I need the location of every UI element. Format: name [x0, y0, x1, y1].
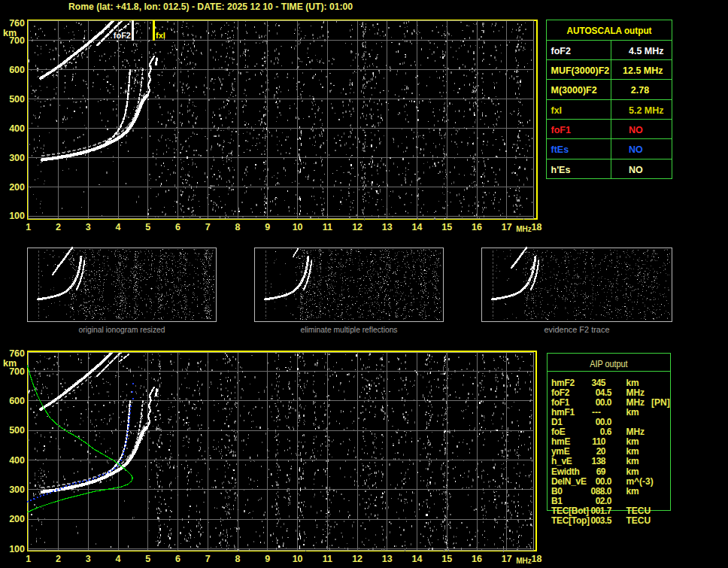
svg-text:9: 9: [265, 222, 270, 232]
svg-text:00.0: 00.0: [596, 476, 612, 487]
svg-text:km: km: [626, 407, 639, 418]
svg-text:500: 500: [9, 425, 25, 436]
svg-text:---: ---: [592, 407, 601, 418]
svg-text:TECU: TECU: [626, 506, 651, 516]
svg-text:NO: NO: [629, 165, 643, 175]
svg-text:5: 5: [145, 222, 150, 232]
svg-text:400: 400: [9, 123, 25, 134]
svg-text:0.6: 0.6: [600, 427, 612, 437]
svg-text:10: 10: [293, 554, 303, 564]
svg-text:h_vE: h_vE: [551, 456, 572, 466]
svg-text:5: 5: [145, 554, 150, 564]
svg-text:12: 12: [352, 222, 362, 232]
svg-text:003.5: 003.5: [590, 515, 611, 526]
svg-text:km: km: [626, 436, 639, 447]
svg-text:15: 15: [441, 554, 452, 564]
svg-text:km: km: [626, 456, 639, 466]
svg-text:20: 20: [596, 446, 606, 457]
svg-text:9: 9: [265, 554, 270, 564]
svg-text:2: 2: [56, 222, 61, 232]
svg-text:18: 18: [532, 222, 542, 232]
svg-text:D1: D1: [551, 417, 563, 427]
svg-text:4: 4: [116, 222, 121, 232]
svg-text:eliminate multiple reflections: eliminate multiple reflections: [301, 325, 398, 334]
svg-text:17: 17: [502, 222, 512, 232]
svg-text:fxI: fxI: [551, 105, 563, 116]
svg-text:4.5 MHz: 4.5 MHz: [629, 46, 664, 56]
svg-text:h'Es: h'Es: [551, 165, 571, 175]
svg-text:300: 300: [9, 484, 25, 495]
svg-text:18: 18: [532, 554, 542, 564]
svg-text:foE: foE: [551, 427, 566, 437]
svg-text:13: 13: [382, 222, 393, 232]
svg-text:DelN_vE: DelN_vE: [551, 476, 587, 487]
svg-text:AUTOSCALA output: AUTOSCALA output: [567, 26, 653, 36]
svg-text:TECU: TECU: [626, 515, 651, 526]
svg-text:[PN]: [PN]: [651, 397, 670, 408]
svg-text:345: 345: [591, 378, 605, 388]
svg-text:2: 2: [56, 554, 61, 564]
svg-text:760: 760: [9, 348, 25, 359]
svg-text:km: km: [626, 466, 639, 477]
svg-text:00.0: 00.0: [596, 417, 612, 427]
svg-text:TEC[Top]: TEC[Top]: [551, 515, 590, 526]
svg-text:foF2: foF2: [551, 46, 571, 56]
svg-text:foF2: foF2: [114, 31, 131, 40]
svg-text:001.7: 001.7: [590, 506, 611, 516]
svg-text:B1: B1: [551, 496, 563, 506]
svg-text:3: 3: [86, 554, 91, 564]
svg-text:6: 6: [175, 222, 180, 232]
svg-text:hmF2: hmF2: [551, 378, 575, 388]
svg-text:100: 100: [9, 211, 25, 221]
svg-text:km: km: [626, 486, 639, 497]
svg-text:MHz: MHz: [626, 427, 645, 437]
svg-text:00.0: 00.0: [596, 397, 612, 408]
svg-text:foF2: foF2: [551, 387, 570, 398]
svg-text:1: 1: [26, 554, 31, 564]
svg-text:4: 4: [116, 554, 121, 564]
svg-text:NO: NO: [629, 144, 643, 155]
svg-text:foF1: foF1: [551, 125, 571, 135]
svg-text:MHz: MHz: [626, 397, 645, 408]
svg-text:12: 12: [352, 554, 362, 564]
svg-text:hmF1: hmF1: [551, 407, 575, 418]
svg-text:11: 11: [323, 222, 332, 232]
svg-text:700: 700: [9, 366, 25, 377]
svg-text:138: 138: [591, 456, 605, 466]
svg-text:300: 300: [9, 153, 25, 163]
svg-text:16: 16: [472, 554, 482, 564]
svg-text:11: 11: [323, 554, 332, 564]
svg-text:MHz: MHz: [626, 387, 645, 398]
svg-text:088.0: 088.0: [590, 486, 611, 497]
svg-text:original ionogram resized: original ionogram resized: [79, 325, 165, 334]
svg-text:110: 110: [592, 436, 606, 447]
svg-text:M(3000)F2: M(3000)F2: [551, 85, 597, 96]
svg-text:02.0: 02.0: [596, 496, 612, 506]
svg-text:evidence F2 trace: evidence F2 trace: [544, 325, 610, 334]
svg-text:MHz: MHz: [516, 225, 532, 233]
svg-text:AIP output: AIP output: [590, 359, 628, 369]
svg-text:2.78: 2.78: [631, 85, 649, 96]
svg-text:16: 16: [472, 222, 482, 232]
svg-text:15: 15: [441, 222, 452, 232]
svg-text:Ewidth: Ewidth: [551, 466, 580, 477]
svg-text:12.5 MHz: 12.5 MHz: [623, 65, 663, 76]
svg-text:km: km: [626, 378, 639, 388]
svg-text:8: 8: [235, 222, 241, 232]
svg-text:13: 13: [382, 554, 393, 564]
svg-text:600: 600: [9, 65, 25, 75]
svg-text:8: 8: [235, 554, 241, 564]
svg-text:km: km: [626, 446, 639, 457]
svg-text:foF1: foF1: [551, 397, 570, 408]
svg-text:hmE: hmE: [551, 436, 570, 447]
svg-text:MHz: MHz: [516, 557, 532, 565]
svg-text:69: 69: [596, 466, 606, 477]
svg-text:7: 7: [205, 554, 211, 564]
svg-text:400: 400: [9, 455, 25, 466]
svg-text:700: 700: [9, 35, 25, 46]
svg-text:760: 760: [9, 18, 25, 29]
svg-text:B0: B0: [551, 486, 563, 497]
svg-text:NO: NO: [629, 125, 643, 135]
svg-text:ymE: ymE: [551, 446, 570, 457]
svg-text:fxI: fxI: [156, 31, 165, 40]
